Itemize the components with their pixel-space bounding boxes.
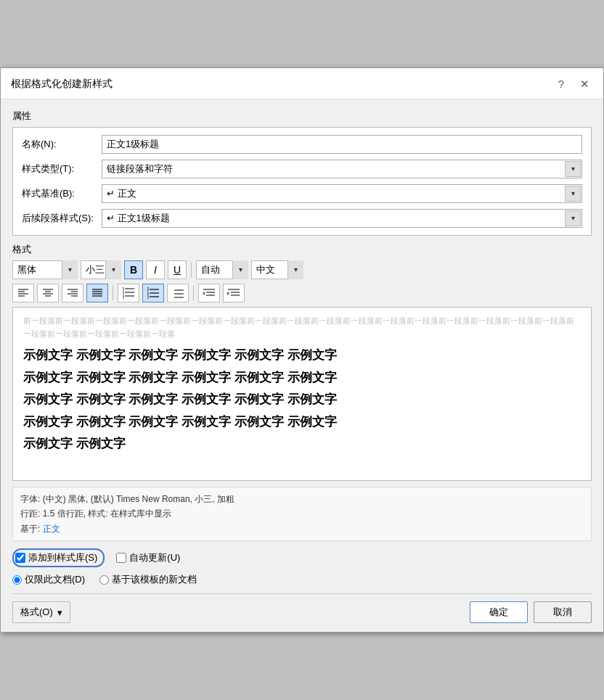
double-space-button[interactable]: [118, 284, 139, 302]
svg-marker-28: [203, 292, 205, 295]
preview-box: 前一段落前一段落前一段落前一段落前一段落前一段落前一段落前一段落前一段落前一段落…: [12, 307, 592, 481]
font-select-wrapper: 黑体 ▾: [12, 260, 78, 279]
preview-sample: 示例文字 示例文字 示例文字 示例文字 示例文字 示例文字 示例文字 示例文字 …: [23, 345, 581, 464]
style-desc-base-label: 基于:: [20, 524, 40, 534]
size-select-wrapper: 小三 ▾: [81, 260, 121, 279]
style-base-row: 样式基准(B): ↵ 正文 ▾: [22, 184, 582, 203]
radio-row: 仅限此文档(D) 基于该模板的新文档: [12, 573, 592, 586]
color-select-wrapper: 自动 ▾: [196, 260, 248, 279]
style-desc-base-link[interactable]: 正文: [43, 524, 60, 534]
toolbar-separator-3: [193, 286, 194, 300]
italic-button[interactable]: I: [146, 260, 165, 279]
title-bar-icons: ? ✕: [552, 75, 593, 93]
format-section-label: 格式: [12, 243, 592, 256]
this-doc-item[interactable]: 仅限此文档(D): [12, 573, 85, 586]
format-section: 格式 黑体 ▾ 小三 ▾ B I U: [12, 243, 592, 541]
style-type-label: 样式类型(T):: [22, 162, 102, 176]
follow-style-select-wrapper: ↵ 正文1级标题 ▾: [102, 209, 582, 228]
align-right-button[interactable]: [62, 284, 83, 302]
bottom-buttons: 格式(O) ▾ 确定 取消: [12, 593, 592, 623]
help-button[interactable]: ?: [552, 75, 570, 93]
style-base-label: 样式基准(B):: [22, 187, 102, 200]
style-description: 字体: (中文) 黑体, (默认) Times New Roman, 小三, 加…: [12, 487, 592, 541]
style-type-select-wrapper: 链接段落和字符 ▾: [102, 160, 582, 178]
this-doc-radio[interactable]: [12, 575, 22, 585]
properties-section-label: 属性: [12, 110, 592, 123]
dialog-body: 属性 名称(N): 样式类型(T): 链接段落和字符 ▾ 样式基准(B):: [1, 99, 603, 632]
new-doc-item[interactable]: 基于该模板的新文档: [99, 573, 197, 586]
add-to-gallery-highlight: 添加到样式库(S): [12, 548, 105, 567]
new-doc-label: 基于该模板的新文档: [112, 573, 197, 586]
follow-style-row: 后续段落样式(S): ↵ 正文1级标题 ▾: [22, 209, 582, 228]
lang-select[interactable]: 中文: [251, 260, 303, 279]
name-input[interactable]: [102, 135, 582, 154]
align-justify-button[interactable]: [86, 284, 108, 302]
style-desc-line3: 基于: 正文: [20, 522, 584, 536]
style-type-row: 样式类型(T): 链接段落和字符 ▾: [22, 160, 582, 178]
one-half-space-button[interactable]: [142, 284, 164, 302]
format-dropdown-label: 格式(O): [20, 606, 53, 619]
ok-button[interactable]: 确定: [470, 601, 528, 623]
preview-prev-para: 前一段落前一段落前一段落前一段落前一段落前一段落前一段落前一段落前一段落前一段落…: [23, 315, 581, 340]
style-base-select[interactable]: ↵ 正文: [102, 184, 582, 203]
svg-marker-32: [227, 292, 229, 295]
this-doc-label: 仅限此文档(D): [25, 573, 85, 586]
color-select[interactable]: 自动: [196, 260, 248, 279]
cancel-button[interactable]: 取消: [534, 601, 592, 623]
decrease-indent-button[interactable]: [198, 284, 220, 302]
style-type-select[interactable]: 链接段落和字符: [102, 160, 582, 178]
name-row: 名称(N):: [22, 135, 582, 154]
align-left-button[interactable]: [12, 284, 34, 302]
name-label: 名称(N):: [22, 138, 102, 151]
create-style-dialog: 根据格式化创建新样式 ? ✕ 属性 名称(N): 样式类型(T): 链接段落和字…: [0, 67, 604, 633]
dialog-title: 根据格式化创建新样式: [11, 78, 113, 91]
underline-button[interactable]: U: [168, 260, 187, 279]
properties-section: 名称(N): 样式类型(T): 链接段落和字符 ▾ 样式基准(B): ↵ 正文: [12, 127, 592, 236]
toolbar-row-1: 黑体 ▾ 小三 ▾ B I U 自动 ▾: [12, 260, 592, 279]
auto-update-item[interactable]: 自动更新(U): [116, 551, 180, 564]
align-center-button[interactable]: [37, 284, 59, 302]
add-to-gallery-item[interactable]: 添加到样式库(S): [15, 551, 97, 564]
lang-select-wrapper: 中文 ▾: [251, 260, 303, 279]
format-dropdown-arrow-icon: ▾: [57, 607, 62, 618]
toolbar-separator-1: [191, 263, 192, 277]
follow-style-select[interactable]: ↵ 正文1级标题: [102, 209, 582, 228]
format-dropdown-button[interactable]: 格式(O) ▾: [12, 601, 70, 623]
bold-button[interactable]: B: [124, 260, 143, 279]
style-base-select-wrapper: ↵ 正文 ▾: [102, 184, 582, 203]
new-doc-radio[interactable]: [99, 575, 109, 585]
toolbar-separator-2: [113, 286, 113, 300]
follow-style-label: 后续段落样式(S):: [22, 212, 102, 225]
toolbar-row-2: [12, 284, 592, 302]
font-select[interactable]: 黑体: [12, 260, 78, 279]
style-desc-line2: 行距: 1.5 倍行距, 样式: 在样式库中显示: [20, 506, 584, 521]
ok-cancel-row: 确定 取消: [470, 601, 592, 623]
add-to-gallery-checkbox[interactable]: [15, 553, 25, 563]
close-button[interactable]: ✕: [576, 75, 593, 93]
size-select[interactable]: 小三: [81, 260, 121, 279]
title-bar: 根据格式化创建新样式 ? ✕: [1, 68, 603, 99]
checkbox-row: 添加到样式库(S) 自动更新(U): [12, 548, 592, 567]
add-to-gallery-label: 添加到样式库(S): [28, 551, 97, 564]
auto-update-checkbox[interactable]: [116, 553, 126, 563]
increase-indent-button[interactable]: [223, 284, 245, 302]
style-desc-line1: 字体: (中文) 黑体, (默认) Times New Roman, 小三, 加…: [20, 492, 584, 506]
single-space-button[interactable]: [167, 284, 189, 302]
auto-update-label: 自动更新(U): [129, 551, 180, 564]
